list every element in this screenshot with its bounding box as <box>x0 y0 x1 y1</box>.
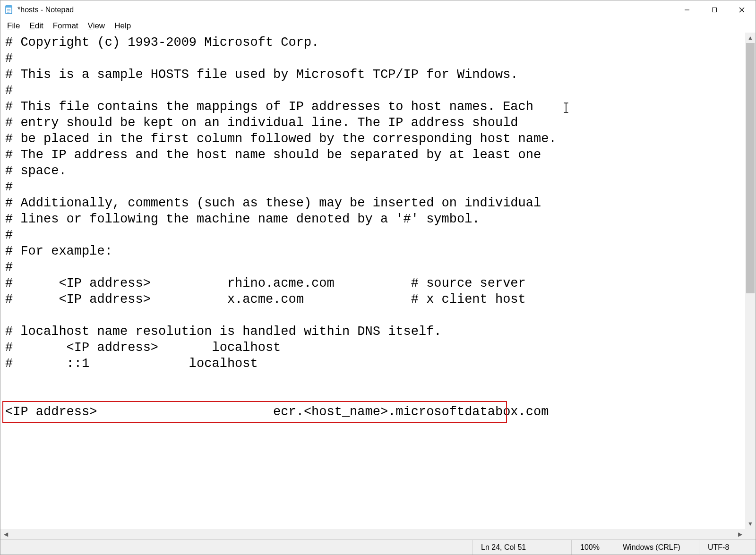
scroll-down-icon[interactable]: ▼ <box>745 519 756 529</box>
status-zoom: 100% <box>571 540 614 555</box>
menu-edit-rest: dit <box>35 21 43 30</box>
menu-file[interactable]: File <box>2 20 25 32</box>
svg-rect-6 <box>713 8 717 12</box>
editor-line: # <IP address> localhost <box>5 340 751 356</box>
text-editor[interactable]: # Copyright (c) 1993-2009 Microsoft Corp… <box>0 33 756 539</box>
menu-file-rest: ile <box>12 21 20 30</box>
editor-line <box>5 307 751 324</box>
editor-line: # <box>5 83 751 99</box>
editor-line: # entry should be kept on an individual … <box>5 115 751 131</box>
editor-line: # <box>5 179 751 195</box>
editor-line: # Copyright (c) 1993-2009 Microsoft Corp… <box>5 34 751 51</box>
minimize-button[interactable] <box>673 0 701 19</box>
window-title: *hosts - Notepad <box>17 6 74 14</box>
scroll-right-icon[interactable]: ▶ <box>735 529 745 539</box>
editor-area: # Copyright (c) 1993-2009 Microsoft Corp… <box>0 33 756 539</box>
editor-line: # The IP address and the host name shoul… <box>5 147 751 163</box>
horizontal-scrollbar[interactable]: ◀ ▶ <box>0 529 745 539</box>
editor-line: # This file contains the mappings of IP … <box>5 99 751 115</box>
editor-line: # <box>5 259 751 275</box>
menu-view-rest: iew <box>93 21 105 30</box>
title-bar: *hosts - Notepad <box>0 0 756 19</box>
notepad-window: *hosts - Notepad File Edit Format View H… <box>0 0 756 555</box>
editor-line: # Additionally, comments (such as these)… <box>5 195 751 211</box>
window-controls <box>673 0 756 19</box>
menu-view[interactable]: View <box>83 20 110 32</box>
status-position: Ln 24, Col 51 <box>472 540 571 555</box>
notepad-icon <box>4 5 14 15</box>
scroll-left-icon[interactable]: ◀ <box>0 529 11 539</box>
editor-line: # <box>5 51 751 67</box>
svg-rect-1 <box>6 6 12 8</box>
scroll-up-icon[interactable]: ▲ <box>745 33 756 43</box>
status-line-ending: Windows (CRLF) <box>614 540 699 555</box>
editor-line: # lines or following the machine name de… <box>5 211 751 227</box>
menu-help[interactable]: Help <box>110 20 136 32</box>
editor-line: # For example: <box>5 243 751 259</box>
editor-line: # <box>5 227 751 243</box>
editor-line: # be placed in the first column followed… <box>5 131 751 147</box>
editor-line: # <IP address> rhino.acme.com # source s… <box>5 275 751 291</box>
editor-line: # space. <box>5 163 751 179</box>
vertical-scrollbar-thumb[interactable] <box>746 43 755 293</box>
menu-format[interactable]: Format <box>48 20 83 32</box>
close-button[interactable] <box>728 0 756 19</box>
menu-format-rest: rmat <box>62 21 78 30</box>
editor-line: # ::1 localhost <box>5 356 751 372</box>
vertical-scrollbar[interactable]: ▲ ▼ <box>745 33 756 529</box>
editor-line <box>5 372 751 388</box>
maximize-button[interactable] <box>701 0 728 19</box>
status-bar: Ln 24, Col 51 100% Windows (CRLF) UTF-8 <box>0 539 756 555</box>
menu-help-rest: elp <box>120 21 131 30</box>
editor-line: # <IP address> x.acme.com # x client hos… <box>5 291 751 307</box>
menu-edit[interactable]: Edit <box>25 20 48 32</box>
status-encoding: UTF-8 <box>699 540 756 555</box>
menu-bar: File Edit Format View Help <box>0 19 756 33</box>
scroll-corner <box>745 529 756 539</box>
editor-line: <IP address> ecr.<host_name>.microsoftda… <box>5 404 751 420</box>
editor-line: # This is a sample HOSTS file used by Mi… <box>5 67 751 83</box>
editor-line <box>5 388 751 404</box>
editor-line: # localhost name resolution is handled w… <box>5 324 751 340</box>
